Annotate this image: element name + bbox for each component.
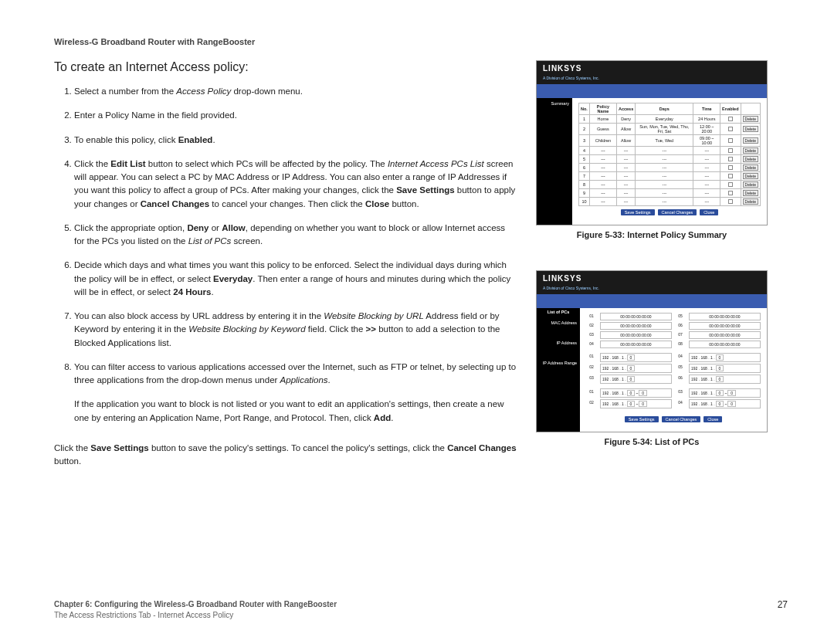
fig-button[interactable]: Close bbox=[700, 209, 718, 215]
fig-button[interactable]: Cancel Changes bbox=[662, 416, 701, 422]
doc-header: Wireless-G Broadband Router with RangeBo… bbox=[54, 37, 788, 46]
delete-button[interactable]: Delete bbox=[743, 147, 758, 154]
fig33-table: No.Policy NameAccessDaysTimeEnabled 1Hom… bbox=[578, 103, 761, 206]
step-2: Enter a Policy Name in the field provide… bbox=[74, 109, 517, 122]
brand-logo: LINKSYS bbox=[543, 64, 581, 73]
figure-34: LINKSYS A Division of Cisco Systems, Inc… bbox=[536, 270, 768, 446]
delete-button[interactable]: Delete bbox=[743, 137, 758, 144]
brand-logo: LINKSYS bbox=[543, 274, 581, 283]
delete-button[interactable]: Delete bbox=[743, 116, 758, 122]
fig34-mac-label: MAC Address bbox=[540, 320, 577, 325]
section-heading: To create an Internet Access policy: bbox=[54, 60, 517, 74]
para-save: Click the Save Settings button to save t… bbox=[54, 442, 517, 469]
delete-button[interactable]: Delete bbox=[743, 156, 758, 162]
delete-button[interactable]: Delete bbox=[743, 190, 758, 196]
fig34-screenshot: LINKSYS A Division of Cisco Systems, Inc… bbox=[536, 270, 768, 432]
fig34-ip-label: IP Address bbox=[540, 341, 577, 345]
main-content: To create an Internet Access policy: Sel… bbox=[54, 60, 517, 479]
fig-button[interactable]: Close bbox=[703, 416, 722, 422]
delete-button[interactable]: Delete bbox=[743, 181, 758, 188]
fig34-caption: Figure 5-34: List of PCs bbox=[536, 437, 768, 446]
para-app-add: If the application you want to block is … bbox=[74, 398, 517, 425]
figure-33: LINKSYS A Division of Cisco Systems, Inc… bbox=[536, 60, 768, 239]
page-number: 27 bbox=[778, 599, 788, 621]
delete-button[interactable]: Delete bbox=[743, 126, 758, 132]
step-6: Decide which days and what times you wan… bbox=[74, 259, 517, 299]
fig-button[interactable]: Save Settings bbox=[625, 416, 659, 422]
fig34-range-label: IP Address Range bbox=[540, 361, 577, 365]
fig-button[interactable]: Save Settings bbox=[621, 209, 655, 215]
fig33-caption: Figure 5-33: Internet Policy Summary bbox=[536, 230, 768, 239]
delete-button[interactable]: Delete bbox=[743, 173, 758, 179]
fig33-screenshot: LINKSYS A Division of Cisco Systems, Inc… bbox=[536, 60, 768, 225]
step-8: You can filter access to various applica… bbox=[74, 361, 517, 388]
figures-column: LINKSYS A Division of Cisco Systems, Inc… bbox=[536, 60, 768, 479]
page-footer: Chapter 6: Configuring the Wireless-G Br… bbox=[54, 599, 788, 621]
steps-list: Select a number from the Access Policy d… bbox=[54, 85, 517, 387]
fig33-sidebar: Summary bbox=[537, 98, 572, 225]
fig-button[interactable]: Cancel Changes bbox=[658, 209, 697, 215]
step-3: To enable this policy, click Enabled. bbox=[74, 134, 517, 147]
fig34-title: List of PCs bbox=[537, 308, 580, 316]
delete-button[interactable]: Delete bbox=[743, 164, 758, 171]
step-1: Select a number from the Access Policy d… bbox=[74, 85, 517, 98]
step-5: Click the appropriate option, Deny or Al… bbox=[74, 222, 517, 249]
delete-button[interactable]: Delete bbox=[743, 198, 758, 205]
step-7: You can also block access by URL address… bbox=[74, 310, 517, 350]
step-4: Click the Edit List button to select whi… bbox=[74, 158, 517, 211]
